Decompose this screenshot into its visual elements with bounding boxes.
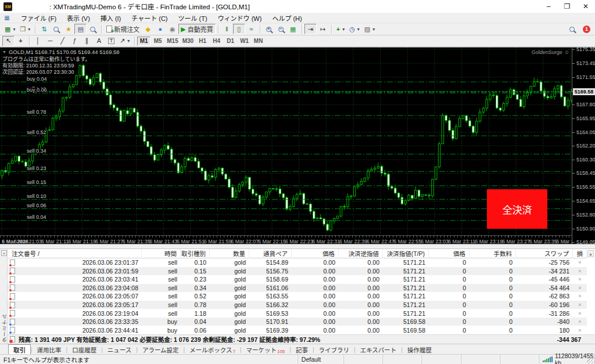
panel-splitter[interactable] bbox=[0, 244, 595, 249]
label-tool-button[interactable]: T bbox=[105, 36, 117, 46]
terminal-tab-11[interactable]: 操作履歴 bbox=[403, 345, 436, 354]
market-watch-button[interactable]: ⇅ bbox=[38, 24, 50, 34]
indicators-button[interactable]: +▾ bbox=[334, 24, 347, 34]
timeframe-button-m1[interactable]: M1 bbox=[137, 37, 150, 46]
close-order-icon[interactable]: × bbox=[573, 293, 587, 299]
close-order-icon[interactable]: × bbox=[573, 311, 587, 316]
timeframe-button-m15[interactable]: M15 bbox=[165, 37, 180, 46]
close-order-icon[interactable]: × bbox=[573, 302, 587, 308]
close-order-icon[interactable]: × bbox=[573, 276, 587, 282]
new-chart-button[interactable]: ▦▾ bbox=[2, 24, 17, 34]
chart-shift-button[interactable]: ↦ bbox=[317, 24, 329, 34]
terminal-button[interactable]: ▤ bbox=[74, 24, 87, 34]
menu-help[interactable]: ヘルプ (H) bbox=[267, 13, 307, 23]
order-row[interactable]: 2026.03.06 23:04:08sell0.34gold5161.060.… bbox=[8, 284, 587, 293]
order-row[interactable]: 2026.03.06 23:44:41buy0.06gold5169.390.0… bbox=[8, 326, 587, 334]
column-header[interactable]: 時間 bbox=[142, 249, 181, 258]
terminal-tab-10[interactable]: エキスパート bbox=[356, 345, 402, 354]
order-row[interactable]: 2026.03.06 23:05:17sell0.78gold5166.320.… bbox=[8, 301, 587, 309]
terminal-tab-5[interactable]: アラーム設定 bbox=[138, 345, 184, 354]
menu-insert[interactable]: 挿入 (I) bbox=[95, 13, 126, 23]
new-order-button[interactable]: +新規注文 bbox=[104, 24, 142, 34]
arrows-tool-button[interactable]: ↗▾ bbox=[117, 36, 132, 46]
column-header[interactable]: スワップ bbox=[516, 249, 573, 258]
close-order-icon[interactable]: × bbox=[573, 327, 587, 333]
menu-tools[interactable]: ツール (T) bbox=[173, 13, 213, 23]
close-all-button[interactable]: 全決済 bbox=[487, 189, 547, 229]
column-header[interactable]: 価格 bbox=[292, 249, 339, 258]
chart-expand-icon[interactable]: ▼ bbox=[2, 50, 6, 54]
close-order-icon[interactable]: × bbox=[573, 285, 587, 291]
timeframe-button-d1[interactable]: D1 bbox=[224, 37, 237, 46]
auto-scroll-button[interactable]: ⇥ bbox=[304, 24, 317, 34]
candlestick-chart-button[interactable]: ▯ bbox=[233, 24, 245, 34]
order-row[interactable]: 2026.03.06 23:03:41sell0.23gold5158.690.… bbox=[8, 275, 587, 284]
close-order-icon[interactable]: × bbox=[573, 319, 587, 325]
timeframe-button-m5[interactable]: M5 bbox=[151, 37, 164, 46]
line-chart-button[interactable]: ≈ bbox=[245, 24, 257, 34]
timeframe-button-w1[interactable]: W1 bbox=[238, 37, 251, 46]
bar-chart-button[interactable]: ‖ bbox=[221, 24, 233, 34]
navigator-button[interactable]: ★ bbox=[62, 24, 74, 34]
trendline-tool-button[interactable]: ╱ bbox=[56, 36, 69, 46]
close-order-icon[interactable]: × bbox=[573, 260, 587, 265]
maximize-button[interactable]: ❐ bbox=[558, 0, 576, 13]
column-header[interactable]: 決済逆指値(S/L) bbox=[339, 249, 383, 258]
terminal-tab-8[interactable]: 記事 bbox=[291, 345, 313, 354]
timeframe-button-h4[interactable]: H4 bbox=[210, 37, 223, 46]
terminal-tab-6[interactable]: メールボックス7 bbox=[185, 345, 240, 354]
horizontal-line-tool-button[interactable]: ─ bbox=[44, 36, 56, 46]
order-row[interactable]: 2026.03.06 23:01:37sell0.10gold5154.890.… bbox=[8, 258, 587, 267]
crosshair-tool-button[interactable]: + bbox=[15, 36, 27, 46]
close-order-icon[interactable]: × bbox=[573, 268, 587, 274]
profiles-button[interactable]: ❐▾ bbox=[17, 24, 33, 34]
timeframe-button-h1[interactable]: H1 bbox=[196, 37, 209, 46]
column-header[interactable]: 取引種別 bbox=[181, 249, 210, 258]
terminal-tab-1[interactable]: 取引 bbox=[8, 344, 31, 354]
terminal-tab-7[interactable]: マーケット105 bbox=[241, 345, 289, 354]
order-row[interactable]: 2026.03.06 23:19:04sell1.18gold5169.530.… bbox=[8, 309, 587, 318]
menu-chart[interactable]: チャート (C) bbox=[126, 13, 173, 23]
order-row[interactable]: 2026.03.06 23:01:59sell0.15gold5156.750.… bbox=[8, 267, 587, 276]
terminal-vertical-tab[interactable]: ターミナル bbox=[1, 313, 8, 343]
menu-view[interactable]: 表示 (V) bbox=[62, 13, 95, 23]
minimize-button[interactable]: – bbox=[539, 0, 558, 13]
text-tool-button[interactable]: A bbox=[93, 36, 105, 46]
column-header[interactable]: 損益 bbox=[573, 249, 587, 258]
column-header[interactable]: 決済指値(T/P) bbox=[383, 249, 429, 258]
news-button[interactable]: ◉ bbox=[166, 24, 178, 34]
menu-window[interactable]: ウィンドウ (W) bbox=[213, 13, 267, 23]
column-header[interactable]: 数量 bbox=[210, 249, 249, 258]
menu-file[interactable]: ファイル (F) bbox=[16, 13, 62, 23]
periods-button[interactable]: ◷▾ bbox=[347, 24, 362, 34]
strategy-tester-button[interactable] bbox=[87, 24, 99, 34]
zoom-in-button[interactable]: + bbox=[263, 24, 275, 34]
terminal-tab-3[interactable]: 口座履歴 bbox=[67, 345, 101, 354]
cursor-tool-button[interactable]: ↖ bbox=[2, 36, 15, 46]
search-button[interactable] bbox=[566, 24, 578, 34]
vertical-line-tool-button[interactable]: │ bbox=[32, 36, 44, 46]
close-button[interactable]: ✕ bbox=[576, 0, 595, 13]
terminal-close-icon[interactable]: × bbox=[1, 250, 7, 256]
auto-trading-button[interactable]: ▶自動売買 bbox=[178, 24, 215, 34]
terminal-tab-2[interactable]: 運用比率 bbox=[33, 345, 66, 354]
data-window-button[interactable] bbox=[50, 24, 62, 34]
terminal-tab-4[interactable]: ニュース bbox=[103, 345, 136, 354]
channel-tool-button[interactable]: ∥ bbox=[81, 36, 93, 46]
timeframe-button-mn[interactable]: MN bbox=[252, 37, 265, 46]
table-scroll-up-icon[interactable]: ▲ bbox=[587, 250, 594, 257]
fibonacci-tool-button[interactable]: ƒ bbox=[69, 36, 81, 46]
chart-area[interactable]: buy 0.04sell 1.18buy 0.06sell 0.78sell 0… bbox=[0, 47, 595, 244]
zoom-out-button[interactable]: − bbox=[275, 24, 287, 34]
status-profile[interactable]: Default bbox=[298, 355, 344, 364]
templates-button[interactable]: ▨▾ bbox=[362, 24, 377, 34]
metaeditor-button[interactable]: ◆ bbox=[142, 24, 154, 34]
tile-windows-button[interactable]: ▦ bbox=[287, 24, 299, 34]
terminal-tab-9[interactable]: ライブラリ bbox=[314, 345, 354, 354]
column-header[interactable]: 通貨ペア bbox=[249, 249, 292, 258]
column-header[interactable]: 価格 bbox=[429, 249, 469, 258]
community-button[interactable]: ● bbox=[154, 24, 166, 34]
timeframe-button-m30[interactable]: M30 bbox=[181, 37, 195, 46]
notification-badge[interactable]: 1 bbox=[583, 26, 590, 33]
order-row[interactable]: 2026.03.06 23:33:35buy0.04gold5170.910.0… bbox=[8, 318, 587, 326]
